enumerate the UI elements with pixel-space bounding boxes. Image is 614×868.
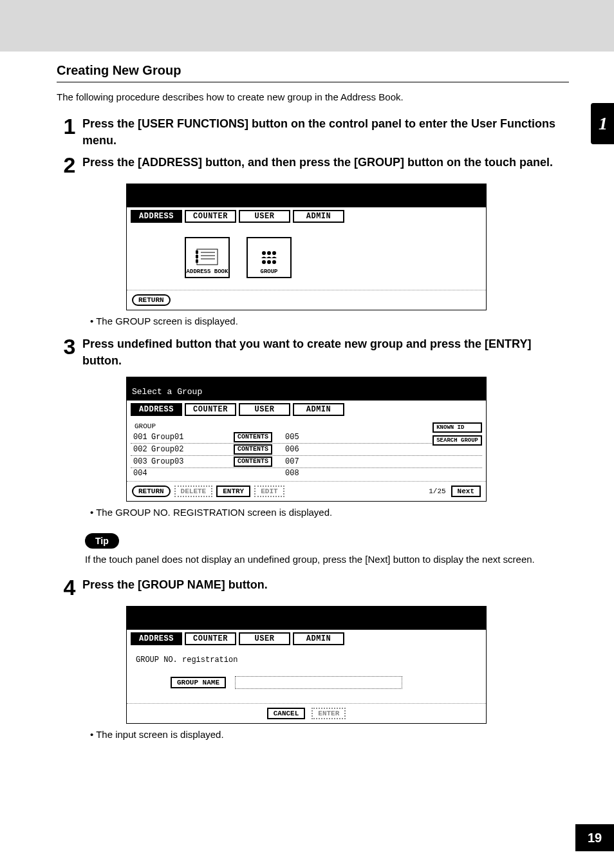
touch-panel-figure-1: ADDRESS COUNTER USER ADMIN ADDRESS BOOK … xyxy=(126,184,487,310)
panel-tabs: ADDRESS COUNTER USER ADMIN xyxy=(127,207,486,225)
tab-address[interactable]: ADDRESS xyxy=(131,210,182,223)
step-text: Press the [USER FUNCTIONS] button on the… xyxy=(82,115,569,149)
group-name-button[interactable]: GROUP NAME xyxy=(171,677,226,688)
step-2: 2 Press the [ADDRESS] button, and then p… xyxy=(57,154,569,176)
group-name: Group02 xyxy=(151,445,183,454)
enter-button: ENTER xyxy=(312,708,346,719)
tab-user[interactable]: USER xyxy=(239,403,290,416)
cancel-button[interactable]: CANCEL xyxy=(267,708,306,719)
step-number: 1 xyxy=(57,115,82,137)
return-button[interactable]: RETURN xyxy=(132,486,171,497)
svg-point-9 xyxy=(272,251,276,255)
step-number: 4 xyxy=(57,576,82,598)
return-button[interactable]: RETURN xyxy=(132,294,171,306)
edit-button: EDIT xyxy=(254,486,284,497)
group-row[interactable]: 004 008 xyxy=(131,468,482,478)
group-id: 007 xyxy=(285,457,299,466)
panel-tabs: ADDRESS COUNTER USER ADMIN xyxy=(127,401,486,419)
svg-rect-6 xyxy=(196,259,198,263)
tip-badge: Tip xyxy=(85,533,119,549)
step2-note: The GROUP screen is displayed. xyxy=(90,316,569,326)
panel-titlebar xyxy=(127,607,486,630)
group-button[interactable]: GROUP xyxy=(247,237,292,278)
group-label: GROUP xyxy=(260,269,277,275)
touch-panel-figure-3: ADDRESS COUNTER USER ADMIN GROUP NO. reg… xyxy=(126,606,487,724)
tab-user[interactable]: USER xyxy=(239,632,290,645)
chapter-tab: 1 xyxy=(591,103,614,144)
step-text: Press the [ADDRESS] button, and then pre… xyxy=(82,154,569,171)
panel-titlebar: Select a Group xyxy=(127,377,486,401)
group-id: 002 xyxy=(133,445,151,454)
group-list-header: GROUP xyxy=(131,421,482,431)
tab-user[interactable]: USER xyxy=(239,210,290,223)
top-gray-band xyxy=(0,0,614,52)
section-title: Creating New Group xyxy=(57,58,569,82)
page-indicator: 1/25 xyxy=(429,487,445,495)
step-1: 1 Press the [USER FUNCTIONS] button on t… xyxy=(57,115,569,149)
svg-rect-4 xyxy=(196,250,198,254)
contents-button[interactable]: CONTENTS xyxy=(234,444,272,455)
panel-titlebar xyxy=(127,184,486,207)
tab-admin[interactable]: ADMIN xyxy=(293,210,344,223)
step-3: 3 Press undefined button that you want t… xyxy=(57,335,569,369)
contents-button[interactable]: CONTENTS xyxy=(234,432,272,442)
step-text: Press the [GROUP NAME] button. xyxy=(82,576,569,593)
svg-point-11 xyxy=(267,260,271,264)
tab-address[interactable]: ADDRESS xyxy=(131,403,182,416)
group-icon xyxy=(256,247,282,269)
svg-point-7 xyxy=(262,251,266,255)
step-text: Press undefined button that you want to … xyxy=(82,335,569,369)
next-button[interactable]: Next xyxy=(451,486,481,497)
svg-rect-0 xyxy=(197,249,218,265)
svg-rect-5 xyxy=(196,255,198,258)
address-book-label: ADDRESS BOOK xyxy=(187,269,228,275)
group-id: 008 xyxy=(285,469,299,478)
known-id-button[interactable]: KNOWN ID xyxy=(433,422,482,433)
tab-admin[interactable]: ADMIN xyxy=(293,632,344,645)
intro-text: The following procedure describes how to… xyxy=(57,91,569,102)
group-name-input[interactable] xyxy=(235,676,402,689)
group-id: 003 xyxy=(133,457,151,466)
step-4: 4 Press the [GROUP NAME] button. xyxy=(57,576,569,598)
tab-counter[interactable]: COUNTER xyxy=(185,403,236,416)
step4-note: The input screen is displayed. xyxy=(90,729,569,740)
tip-text: If the touch panel does not display an u… xyxy=(85,554,569,565)
step-number: 3 xyxy=(57,335,82,357)
tab-counter[interactable]: COUNTER xyxy=(185,210,236,223)
entry-button[interactable]: ENTRY xyxy=(216,486,250,497)
address-book-icon xyxy=(194,247,220,269)
touch-panel-figure-2: Select a Group ADDRESS COUNTER USER ADMI… xyxy=(126,377,487,502)
step-number: 2 xyxy=(57,154,82,176)
svg-point-12 xyxy=(272,260,276,264)
group-id: 006 xyxy=(285,445,299,454)
panel-tabs: ADDRESS COUNTER USER ADMIN xyxy=(127,630,486,648)
tab-admin[interactable]: ADMIN xyxy=(293,403,344,416)
address-book-button[interactable]: ADDRESS BOOK xyxy=(185,237,230,278)
svg-point-8 xyxy=(267,251,271,255)
tab-address[interactable]: ADDRESS xyxy=(131,632,182,645)
svg-point-10 xyxy=(262,260,266,264)
group-row[interactable]: 001Group01 CONTENTS 005 xyxy=(131,431,482,444)
group-id: 005 xyxy=(285,433,299,442)
group-id: 001 xyxy=(133,433,151,442)
delete-button: DELETE xyxy=(174,486,213,497)
group-name: Group03 xyxy=(151,457,183,466)
group-id: 004 xyxy=(133,469,151,478)
group-row[interactable]: 003Group03 CONTENTS 007 xyxy=(131,456,482,468)
step3-note: The GROUP NO. REGISTRATION screen is dis… xyxy=(90,507,569,518)
group-row[interactable]: 002Group02 CONTENTS 006 xyxy=(131,444,482,456)
tab-counter[interactable]: COUNTER xyxy=(185,632,236,645)
registration-subtitle: GROUP NO. registration xyxy=(135,654,478,676)
search-group-button[interactable]: SEARCH GROUP xyxy=(433,435,482,446)
group-name: Group01 xyxy=(151,433,183,442)
contents-button[interactable]: CONTENTS xyxy=(234,457,272,467)
